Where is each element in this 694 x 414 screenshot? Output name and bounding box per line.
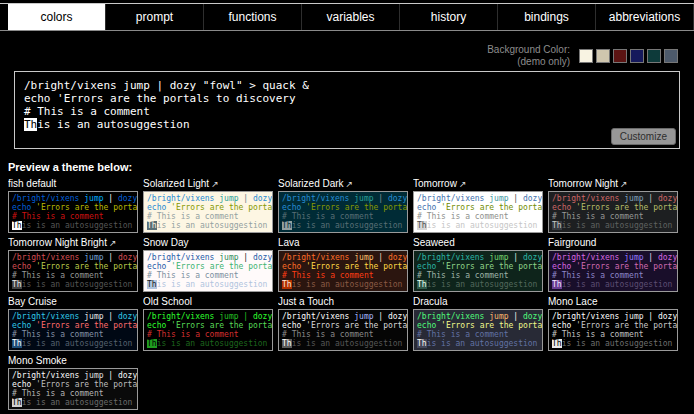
terminal-line: echo 'Errors are the portals <box>552 262 674 271</box>
terminal-line: /bright/vixens jump | dozy " <box>147 312 269 321</box>
theme-card[interactable]: Dracula /bright/vixens jump | dozy "echo… <box>413 295 543 351</box>
terminal-line: # This is a comment <box>24 105 670 118</box>
external-link-icon[interactable]: ↗ <box>109 238 117 248</box>
terminal-line: echo 'Errors are the portals <box>12 262 134 271</box>
theme-card[interactable]: Lava /bright/vixens jump | dozy "echo 'E… <box>278 236 408 292</box>
theme-card[interactable]: fish default /bright/vixens jump | dozy … <box>8 177 138 233</box>
theme-preview: /bright/vixens jump | dozy "echo 'Errors… <box>143 309 273 351</box>
theme-title: Solarized Dark↗ <box>278 178 408 190</box>
theme-card[interactable]: Tomorrow Night↗ /bright/vixens jump | do… <box>548 177 678 233</box>
theme-title: Fairground <box>548 237 678 249</box>
terminal-line: /bright/vixens jump | dozy " <box>282 194 404 203</box>
background-color-swatch[interactable] <box>613 49 627 63</box>
theme-preview: /bright/vixens jump | dozy "echo 'Errors… <box>8 309 138 351</box>
terminal-line: This is an autosuggestion <box>417 221 539 230</box>
theme-card[interactable]: Seaweed /bright/vixens jump | dozy "echo… <box>413 236 543 292</box>
tab-functions[interactable]: functions <box>204 4 302 30</box>
terminal-line: echo 'Errors are the portals <box>147 321 269 330</box>
theme-title-text: Mono Lace <box>548 296 597 307</box>
terminal-line: This is an autosuggestion <box>12 339 134 348</box>
background-color-label-line1: Background Color: <box>487 44 570 56</box>
terminal-line: echo 'Errors are the portals <box>552 203 674 212</box>
terminal-line: # This is a comment <box>552 271 674 280</box>
theme-card[interactable]: Bay Cruise /bright/vixens jump | dozy "e… <box>8 295 138 351</box>
theme-title-text: Lava <box>278 237 300 248</box>
theme-card[interactable]: Just a Touch /bright/vixens jump | dozy … <box>278 295 408 351</box>
swatch-row <box>579 49 678 63</box>
theme-title-text: Dracula <box>413 296 447 307</box>
theme-title-text: Tomorrow Night <box>548 178 618 189</box>
background-color-swatch[interactable] <box>647 49 661 63</box>
theme-preview: /bright/vixens jump | dozy "echo 'Errors… <box>278 191 408 233</box>
background-color-picker: Background Color: (demo only) <box>0 44 678 68</box>
theme-card[interactable]: Snow Day /bright/vixens jump | dozy "ech… <box>143 236 273 292</box>
terminal-line: # This is a comment <box>12 271 134 280</box>
theme-card[interactable]: Old School /bright/vixens jump | dozy "e… <box>143 295 273 351</box>
theme-preview: /bright/vixens jump | dozy "echo 'Errors… <box>548 191 678 233</box>
terminal-line: This is an autosuggestion <box>147 280 269 289</box>
theme-title-text: Seaweed <box>413 237 455 248</box>
theme-preview: /bright/vixens jump | dozy "echo 'Errors… <box>413 250 543 292</box>
theme-card[interactable]: Solarized Dark↗ /bright/vixens jump | do… <box>278 177 408 233</box>
theme-preview: /bright/vixens jump | dozy "echo 'Errors… <box>548 250 678 292</box>
theme-title-text: Solarized Dark <box>278 178 344 189</box>
theme-title: Solarized Light↗ <box>143 178 273 190</box>
terminal-line: # This is a comment <box>147 330 269 339</box>
external-link-icon[interactable]: ↗ <box>211 179 219 189</box>
terminal-line: /bright/vixens jump | dozy " <box>417 253 539 262</box>
terminal-line: This is an autosuggestion <box>552 339 674 348</box>
theme-title-text: Old School <box>143 296 192 307</box>
terminal-line: echo 'Errors are the portals <box>12 321 134 330</box>
terminal-line: /bright/vixens jump | dozy " <box>417 194 539 203</box>
tab-variables[interactable]: variables <box>302 4 400 30</box>
theme-preview: /bright/vixens jump | dozy "echo 'Errors… <box>278 250 408 292</box>
terminal-line: # This is a comment <box>12 330 134 339</box>
terminal-line: /bright/vixens jump | dozy " <box>282 312 404 321</box>
terminal-line: This is an autosuggestion <box>417 280 539 289</box>
tab-bindings[interactable]: bindings <box>498 4 596 30</box>
terminal-line: This is an autosuggestion <box>282 221 404 230</box>
terminal-line: This is an autosuggestion <box>282 280 404 289</box>
theme-title-text: Mono Smoke <box>8 355 67 366</box>
theme-title-text: Just a Touch <box>278 296 334 307</box>
theme-preview: /bright/vixens jump | dozy "echo 'Errors… <box>548 309 678 351</box>
tab-bar: colorspromptfunctionsvariableshistorybin… <box>0 3 694 31</box>
background-color-label: Background Color: (demo only) <box>487 44 570 68</box>
theme-card[interactable]: Tomorrow Night Bright↗ /bright/vixens ju… <box>8 236 138 292</box>
theme-title-text: Tomorrow <box>413 178 457 189</box>
theme-card[interactable]: Mono Lace /bright/vixens jump | dozy "ec… <box>548 295 678 351</box>
tab-prompt[interactable]: prompt <box>106 4 204 30</box>
theme-title: Snow Day <box>143 237 273 249</box>
background-color-swatch[interactable] <box>596 49 610 63</box>
external-link-icon[interactable]: ↗ <box>459 179 467 189</box>
theme-card[interactable]: Fairground /bright/vixens jump | dozy "e… <box>548 236 678 292</box>
terminal-line: echo 'Errors are the portals <box>12 380 134 389</box>
terminal-line: /bright/vixens jump | dozy " <box>552 194 674 203</box>
tab-history[interactable]: history <box>400 4 498 30</box>
terminal-line: This is an autosuggestion <box>12 280 134 289</box>
terminal-line: echo 'Errors are the portals <box>282 321 404 330</box>
tab-abbreviations[interactable]: abbreviations <box>596 4 694 30</box>
theme-card[interactable]: Mono Smoke /bright/vixens jump | dozy "e… <box>8 354 138 410</box>
terminal-line: echo 'Errors are the portals <box>147 203 269 212</box>
tab-colors[interactable]: colors <box>8 4 106 30</box>
background-color-swatch[interactable] <box>579 49 593 63</box>
terminal-line: This is an autosuggestion <box>282 339 404 348</box>
terminal-line: # This is a comment <box>552 212 674 221</box>
theme-title: Bay Cruise <box>8 296 138 308</box>
theme-preview: /bright/vixens jump | dozy "echo 'Errors… <box>8 191 138 233</box>
theme-preview: /bright/vixens jump | dozy "echo 'Errors… <box>8 368 138 410</box>
theme-card[interactable]: Solarized Light↗ /bright/vixens jump | d… <box>143 177 273 233</box>
demo-terminal: /bright/vixens jump | dozy "fowl" > quac… <box>14 71 680 149</box>
customize-button[interactable]: Customize <box>611 128 676 145</box>
terminal-line: echo 'Errors are the portals to discover… <box>24 92 670 105</box>
theme-card[interactable]: Tomorrow↗ /bright/vixens jump | dozy "ec… <box>413 177 543 233</box>
external-link-icon[interactable]: ↗ <box>346 179 354 189</box>
background-color-swatch[interactable] <box>664 49 678 63</box>
theme-title: Mono Lace <box>548 296 678 308</box>
background-color-swatch[interactable] <box>630 49 644 63</box>
theme-title-text: fish default <box>8 178 56 189</box>
external-link-icon[interactable]: ↗ <box>620 179 628 189</box>
theme-title: Tomorrow Night↗ <box>548 178 678 190</box>
theme-title: Lava <box>278 237 408 249</box>
